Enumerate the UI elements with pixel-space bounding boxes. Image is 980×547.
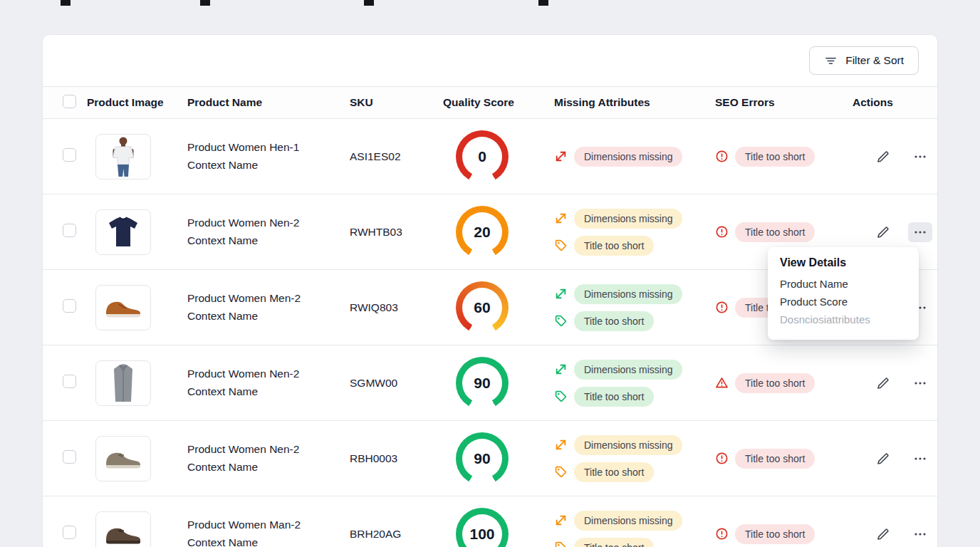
- attribute-badge: Dimensions missing: [574, 435, 682, 455]
- table-toolbar: Filter & Sort: [43, 35, 937, 86]
- brown-loafer-image: [95, 285, 151, 330]
- product-sku: RWHTB03: [350, 226, 443, 239]
- more-actions-button[interactable]: [908, 373, 932, 393]
- menu-item-product-score[interactable]: Product Score: [780, 293, 907, 311]
- attribute-badge: Title too short: [735, 373, 815, 393]
- tag-icon: [554, 390, 568, 403]
- attribute-badge: Dimensions missing: [574, 284, 682, 304]
- row-checkbox[interactable]: [63, 299, 76, 313]
- product-name: Product Women Hen-1 Context Name: [187, 139, 350, 173]
- navy-tshirt-image: [95, 209, 151, 255]
- edit-button[interactable]: [871, 524, 895, 544]
- quality-score-value: 90: [456, 432, 509, 485]
- more-actions-button[interactable]: [908, 147, 932, 167]
- attribute-line: Dimensions missing: [554, 284, 706, 304]
- row-checkbox[interactable]: [63, 224, 76, 237]
- missing-attributes-cell: Dimensions missing: [545, 147, 706, 167]
- screen-crop-artifact: [200, 0, 210, 6]
- edit-button[interactable]: [871, 373, 895, 393]
- menu-item-product-name[interactable]: Product Name: [780, 275, 907, 293]
- row-checkbox[interactable]: [63, 526, 76, 539]
- product-name: Product Women Men-2 Context Name: [187, 290, 350, 324]
- quality-score-value: 100: [456, 508, 509, 547]
- quality-score-gauge: 90: [456, 357, 509, 410]
- missing-attributes-cell: Dimensions missingTitle too short: [545, 435, 706, 482]
- menu-item-view-details[interactable]: View Details: [780, 256, 907, 269]
- missing-attributes-cell: Dimensions missingTitle too short: [545, 511, 706, 547]
- product-name-line1: Product Women Nen-2: [187, 214, 343, 231]
- quality-score-value: 60: [456, 281, 509, 334]
- row-checkbox[interactable]: [63, 450, 76, 464]
- quality-score-gauge: 100: [456, 508, 509, 547]
- table-header: Product Image Product Name SKU Quality S…: [43, 86, 937, 119]
- tag-icon: [554, 314, 568, 328]
- filter-sort-label: Filter & Sort: [845, 54, 904, 67]
- header-missing-attributes: Missing Attributes: [545, 96, 706, 109]
- attribute-badge: Dimensions missing: [574, 360, 682, 380]
- more-actions-button[interactable]: [908, 524, 932, 544]
- quality-score-gauge: 60: [456, 281, 509, 334]
- product-sku: BRH20AG: [350, 528, 443, 541]
- attribute-badge: Title too short: [574, 236, 654, 256]
- header-actions: Actions: [853, 96, 937, 109]
- product-name-line1: Product Women Man-2: [187, 516, 343, 533]
- quality-score-gauge: 20: [456, 206, 509, 259]
- expand-icon: [554, 514, 568, 527]
- header-seo-errors: SEO Errors: [706, 96, 853, 109]
- table-row: Product Women Nen-2 Context Name SGMW00 …: [43, 345, 937, 421]
- expand-icon: [554, 150, 568, 163]
- attribute-badge: Dimensions missing: [574, 209, 682, 229]
- product-name-line1: Product Women Hen-1: [187, 139, 343, 156]
- quality-score-value: 0: [456, 130, 509, 183]
- header-quality-score: Quality Score: [443, 96, 545, 109]
- attribute-badge: Title too short: [735, 449, 815, 469]
- product-name-line1: Product Women Nen-2: [187, 441, 343, 458]
- row-actions-menu: View Details Product Name Product Score …: [768, 247, 919, 340]
- expand-icon: [554, 212, 568, 225]
- table-row: Product Women Man-2 Context Name BRH20AG…: [43, 496, 937, 547]
- alert-circle-icon: [715, 225, 729, 239]
- product-name-line2: Context Name: [187, 157, 343, 174]
- product-name-line1: Product Women Men-2: [187, 290, 343, 307]
- attribute-line: Dimensions missing: [554, 511, 706, 531]
- row-checkbox[interactable]: [63, 148, 76, 162]
- attribute-line: Title too short: [715, 524, 853, 544]
- attribute-line: Title too short: [554, 387, 706, 407]
- quality-score-gauge: 0: [456, 130, 509, 183]
- select-all-checkbox[interactable]: [63, 95, 76, 108]
- seo-errors-cell: Title too short: [706, 524, 853, 544]
- attribute-line: Dimensions missing: [554, 360, 706, 380]
- alert-circle-icon: [715, 452, 729, 465]
- quality-score-gauge: 90: [456, 432, 509, 485]
- gray-coat-image: [95, 360, 151, 406]
- attribute-line: Title too short: [554, 462, 706, 482]
- attribute-badge: Dimensions missing: [574, 511, 682, 531]
- attribute-badge: Title too short: [574, 462, 654, 482]
- edit-button[interactable]: [871, 147, 895, 167]
- tag-icon: [554, 541, 568, 547]
- missing-attributes-cell: Dimensions missingTitle too short: [545, 284, 706, 331]
- screen-crop-artifact: [364, 0, 374, 6]
- menu-item-attributes[interactable]: Dosnciosiattributes: [780, 311, 907, 328]
- seo-errors-cell: Title too short: [706, 222, 853, 242]
- tag-icon: [554, 465, 568, 479]
- quality-score-value: 90: [456, 357, 509, 410]
- quality-score-value: 20: [456, 206, 509, 259]
- product-table-card: Filter & Sort Product Image Product Name…: [42, 34, 938, 547]
- edit-button[interactable]: [871, 222, 895, 242]
- missing-attributes-cell: Dimensions missingTitle too short: [545, 360, 706, 407]
- product-name-line2: Context Name: [187, 308, 343, 325]
- attribute-line: Title too short: [554, 538, 706, 547]
- alert-circle-icon: [715, 150, 729, 163]
- filter-icon: [824, 54, 838, 68]
- more-actions-button[interactable]: [908, 449, 932, 469]
- row-checkbox[interactable]: [63, 375, 76, 388]
- attribute-badge: Title too short: [735, 222, 815, 242]
- product-sku: SGMW00: [350, 377, 443, 390]
- product-name: Product Women Nen-2 Context Name: [187, 441, 350, 475]
- edit-button[interactable]: [871, 449, 895, 469]
- attribute-line: Dimensions missing: [554, 209, 706, 229]
- more-actions-button[interactable]: [908, 222, 932, 242]
- table-row: Product Women Nen-2 Context Name RBH0003…: [43, 421, 937, 496]
- filter-sort-button[interactable]: Filter & Sort: [809, 46, 919, 75]
